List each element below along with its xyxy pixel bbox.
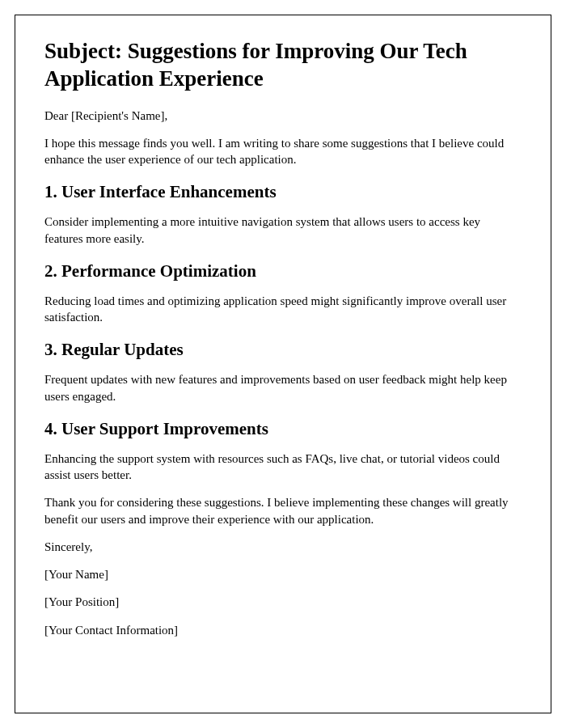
section-body-3: Frequent updates with new features and i… xyxy=(44,371,522,404)
signature-position: [Your Position] xyxy=(44,594,522,610)
section-body-1: Consider implementing a more intuitive n… xyxy=(44,214,522,247)
intro-paragraph: I hope this message finds you well. I am… xyxy=(44,135,522,168)
subject-heading: Subject: Suggestions for Improving Our T… xyxy=(44,38,522,93)
section-heading-2: 2. Performance Optimization xyxy=(44,261,522,281)
section-heading-1: 1. User Interface Enhancements xyxy=(44,182,522,202)
signature-name: [Your Name] xyxy=(44,566,522,582)
closing-paragraph: Thank you for considering these suggesti… xyxy=(44,494,522,527)
signoff: Sincerely, xyxy=(44,539,522,555)
section-body-4: Enhancing the support system with resour… xyxy=(44,451,522,484)
salutation: Dear [Recipient's Name], xyxy=(44,108,522,124)
section-heading-3: 3. Regular Updates xyxy=(44,340,522,360)
section-body-2: Reducing load times and optimizing appli… xyxy=(44,293,522,326)
document-frame: Subject: Suggestions for Improving Our T… xyxy=(15,15,551,713)
section-heading-4: 4. User Support Improvements xyxy=(44,419,522,439)
signature-contact: [Your Contact Information] xyxy=(44,622,522,638)
